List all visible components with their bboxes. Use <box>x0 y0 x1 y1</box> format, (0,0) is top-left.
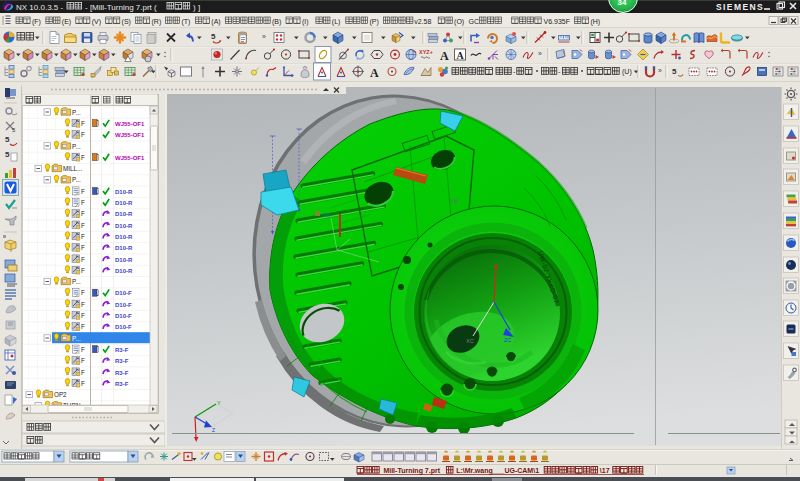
svg-text:5: 5 <box>5 135 10 144</box>
svg-text:R3-F: R3-F <box>115 358 129 364</box>
svg-text:P...: P... <box>72 176 81 183</box>
svg-text:D10-F: D10-F <box>115 313 132 319</box>
svg-text:F: F <box>81 380 85 387</box>
svg-text:(A): (A) <box>211 18 220 26</box>
svg-text:F: F <box>81 357 85 364</box>
svg-text:D10-R: D10-R <box>115 200 133 206</box>
svg-text:(F): (F) <box>32 18 41 26</box>
svg-text:F: F <box>81 154 85 161</box>
svg-text:v2.58: v2.58 <box>414 18 431 25</box>
svg-text:D10-R: D10-R <box>115 223 133 229</box>
svg-text:OP2: OP2 <box>54 391 67 398</box>
svg-text:D10-F: D10-F <box>115 324 132 330</box>
svg-text:»: » <box>658 67 662 74</box>
svg-text:F: F <box>81 323 85 330</box>
svg-text:Mill-Turning 7.prt: Mill-Turning 7.prt <box>383 467 440 475</box>
svg-text:F: F <box>81 301 85 308</box>
svg-text:F: F <box>81 210 85 217</box>
svg-text:(H): (H) <box>590 18 600 26</box>
svg-text:\17: \17 <box>600 467 610 474</box>
svg-text:ZC: ZC <box>504 337 511 343</box>
svg-text:SIEMENS: SIEMENS <box>716 2 764 12</box>
svg-text:(P): (P) <box>369 18 378 26</box>
svg-text:P...: P... <box>72 335 81 342</box>
svg-text:D10-R: D10-R <box>115 189 133 195</box>
svg-text:F: F <box>81 346 85 353</box>
svg-text:YM: YM <box>450 198 459 204</box>
svg-text:F: F <box>81 233 85 240</box>
svg-text:5: 5 <box>672 67 677 76</box>
svg-text:(U): (U) <box>622 68 632 76</box>
svg-text:D10-R: D10-R <box>115 268 133 274</box>
svg-text:P...: P... <box>72 143 81 150</box>
svg-text:XYZ+: XYZ+ <box>419 49 433 55</box>
svg-text:F: F <box>81 289 85 296</box>
svg-text:L:\Mr.wang___UG-CAM\1: L:\Mr.wang___UG-CAM\1 <box>456 467 539 475</box>
svg-text:F: F <box>81 131 85 138</box>
svg-text:MILL...: MILL... <box>63 165 82 172</box>
svg-text:F: F <box>81 312 85 319</box>
svg-text:5: 5 <box>5 150 10 159</box>
svg-text:P...: P... <box>72 278 81 285</box>
svg-text:D10-R: D10-R <box>115 234 133 240</box>
svg-text:(R): (R) <box>152 18 162 26</box>
svg-text:(V): (V) <box>92 18 101 26</box>
svg-text:R3-F: R3-F <box>115 370 129 376</box>
svg-text:R3-F: R3-F <box>115 347 129 353</box>
svg-text:V6.935F: V6.935F <box>544 18 570 25</box>
svg-text:(O): (O) <box>454 18 464 26</box>
svg-text:WJ55-OF1: WJ55-OF1 <box>115 132 145 138</box>
svg-text:F: F <box>81 188 85 195</box>
svg-text:(T): (T) <box>181 18 190 26</box>
svg-text:5: 5 <box>211 32 216 41</box>
svg-text:(L): (L) <box>332 18 341 26</box>
svg-text:- [Mill-Turning 7.prt (: - [Mill-Turning 7.prt ( <box>85 3 157 12</box>
svg-text:) ]: ) ] <box>193 3 200 12</box>
svg-text:WJ55-OF1: WJ55-OF1 <box>115 121 145 127</box>
svg-text:XC: XC <box>466 338 474 344</box>
svg-text:F: F <box>81 120 85 127</box>
svg-text:R3-F: R3-F <box>115 381 129 387</box>
svg-text:F: F <box>81 369 85 376</box>
svg-text:A: A <box>370 66 379 80</box>
svg-text:D10-R: D10-R <box>115 245 133 251</box>
svg-text:WJ55-OF1: WJ55-OF1 <box>115 155 145 161</box>
svg-text:P...: P... <box>72 109 81 116</box>
svg-text:ZM: ZM <box>322 212 330 218</box>
svg-text:(S): (S) <box>122 18 131 26</box>
svg-text:D10-F: D10-F <box>115 302 132 308</box>
svg-text:(E): (E) <box>62 18 71 26</box>
svg-text:F: F <box>81 267 85 274</box>
svg-text:A: A <box>440 49 449 63</box>
svg-text:»: » <box>262 33 266 40</box>
svg-text:F: F <box>81 222 85 229</box>
svg-text:D10-R: D10-R <box>115 211 133 217</box>
svg-text:A: A <box>457 50 465 61</box>
svg-text:Z: Z <box>212 427 215 433</box>
svg-text:GC: GC <box>469 18 480 25</box>
svg-text:D10-R: D10-R <box>115 257 133 263</box>
svg-text:(I): (I) <box>302 18 309 26</box>
svg-text:»: » <box>538 50 542 57</box>
svg-text:Y: Y <box>217 400 221 406</box>
svg-text:F: F <box>81 244 85 251</box>
svg-text:F: F <box>81 199 85 206</box>
svg-text:(B): (B) <box>272 18 281 26</box>
svg-text:NX 10.0.3.5 -: NX 10.0.3.5 - <box>16 3 63 12</box>
svg-text:D10-F: D10-F <box>115 290 132 296</box>
svg-text:F: F <box>81 256 85 263</box>
